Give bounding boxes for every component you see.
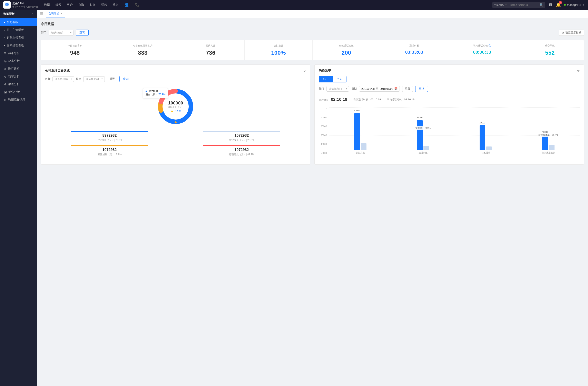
sidebar-collapse-icon[interactable]: ⌃ [31, 13, 34, 16]
effective-duration-value: 02:10:19 [371, 98, 381, 101]
eff-connect-rate-annotation: 有效接通率：70.9% [538, 133, 559, 137]
tab-menu-icon[interactable]: ☰ [40, 12, 43, 16]
date-to: 2018/01/08 [380, 87, 393, 90]
svg-point-7 [175, 121, 177, 123]
promotion-board-icon: ▪ [4, 28, 5, 32]
goal-controls: 目标 请选择目标 ▼ 周期 请选择周期 ▼ [45, 76, 306, 82]
metric-label: 有效通话次数 [316, 44, 377, 48]
metric-dial-count: 拨打次数 100% [245, 40, 312, 60]
efficiency-refresh-icon[interactable]: ⟳ [577, 69, 580, 72]
nav-register[interactable]: 报名 [113, 3, 118, 7]
bar-wrapper: 29000 [454, 107, 517, 150]
bar-label: 43000 [354, 110, 360, 112]
nav-leads[interactable]: 线索 [56, 3, 61, 7]
sidebar-section-header[interactable]: 数据看板 ⌃ [0, 10, 37, 18]
avg-duration-value: 02:10:19 [404, 98, 415, 101]
notification-bell[interactable]: 🔔 5 [556, 2, 561, 7]
search-box[interactable]: 手机号码 ▼ 🔍 [492, 2, 545, 8]
search-icon[interactable]: 🔍 [539, 3, 544, 7]
search-input[interactable] [510, 3, 538, 6]
filter-row: 部门 请选择部门 ▼ 查询 ⚙ 设置显示指标 [41, 30, 584, 36]
settings-display-button[interactable]: ⚙ 设置显示指标 [559, 30, 584, 36]
goal-refresh-icon[interactable]: ⟳ [304, 69, 306, 72]
efficiency-query-button[interactable]: 查询 [415, 86, 428, 92]
tab-dept-button[interactable]: 部门 [319, 76, 333, 82]
sidebar-item-account-board[interactable]: ▪ 客户经理看板 [0, 42, 37, 49]
search-type-label: 手机号码 [494, 3, 504, 7]
metric-value: 948 [44, 50, 105, 56]
content-area: 今日数据 部门 请选择部门 ▼ 查询 ⚙ 设置显示指标 [37, 18, 588, 386]
sidebar-item-cost[interactable]: ◎ 成本分析 [0, 57, 37, 65]
sidebar-item-label: 访客分析 [8, 75, 20, 78]
efficiency-reset-button[interactable]: 重置 [402, 86, 413, 92]
tooltip-label: 所占比例： [146, 93, 158, 96]
tab-personal-button[interactable]: 个人 [333, 76, 346, 82]
sidebar-item-promotion-analysis[interactable]: ◈ 推广分析 [0, 65, 37, 73]
tab-label: 公司看板 [49, 12, 59, 16]
dept-select[interactable]: 请选择部门 [49, 30, 74, 36]
bar-x-label: 接通次数 [419, 151, 427, 154]
funnel-icon: ▽ [4, 52, 6, 55]
call-duration-value: 02:10:19 [331, 97, 347, 102]
metric-label: 今日首咨客户 [44, 44, 105, 48]
sidebar-item-sales-board[interactable]: ▪ 销售主管看板 [0, 34, 37, 42]
notification-badge: 5 [559, 1, 562, 4]
user-dropdown-icon[interactable]: ▼ [583, 4, 585, 6]
settings-icon: ⚙ [562, 31, 564, 34]
svg-text:云朵: 云朵 [5, 4, 9, 6]
nav-data[interactable]: 数据 [44, 3, 50, 7]
person-icon[interactable]: 👤 [124, 2, 129, 7]
call-summary: 通话时长 02:10:19 有效通话时长 02:10:19 平均通话时长 02:… [319, 95, 580, 104]
monitor-icon[interactable]: 🖥 [548, 3, 552, 7]
goal-label: 目标 [45, 77, 50, 81]
overachieve-label: 超额完成（元）| 89.9% [177, 153, 306, 156]
goal-select[interactable]: 请选择目标 [52, 76, 74, 82]
bar-x-label: 拨打次数 [356, 151, 365, 154]
date-from: 2018/01/08 [361, 87, 375, 90]
metric-effective-calls: 有效通话次数 200 [313, 40, 380, 60]
sidebar-item-funnel[interactable]: ▽ 漏斗分析 [0, 49, 37, 57]
nav-operations[interactable]: 运营 [101, 3, 107, 7]
bar-label: 29000 [480, 122, 485, 124]
tab-company-board[interactable]: 公司看板 ✕ [46, 10, 65, 18]
bar-effective-light [486, 147, 492, 150]
avg-duration-label: 平均通话时长 [387, 98, 402, 101]
nav-ocean[interactable]: 公海 [78, 3, 84, 7]
metric-overachieve: 1072932 超额完成（元）| 89.9% [177, 145, 306, 156]
sidebar-item-promotion-board[interactable]: ▪ 推广主管看板 [0, 26, 37, 34]
completed-label: 已完成量（元）| 70.9% [45, 138, 174, 142]
efficiency-dept-select[interactable]: 请选择部门 [326, 86, 349, 92]
goal-query-button[interactable]: 查询 [119, 76, 132, 82]
period-select[interactable]: 请选择周期 [83, 76, 105, 82]
sidebar-item-data-flow[interactable]: ⊞ 数据流转记录 [0, 96, 37, 104]
metric-deals: 成交单数 552 [516, 40, 584, 60]
sidebar-item-label: 渠道分析 [8, 82, 20, 86]
nav-finance[interactable]: 财务 [90, 3, 96, 7]
sidebar-item-sales-analysis[interactable]: ▣ 销售分析 [0, 88, 37, 96]
goal-reset-button[interactable]: 重置 [107, 76, 117, 82]
calendar-icon[interactable]: 📅 [394, 87, 398, 90]
avg-duration-info-icon[interactable]: ⓘ [489, 44, 491, 47]
metric-value: 00:00:33 [451, 50, 512, 55]
sidebar-item-visitor[interactable]: ⊙ 访客分析 [0, 73, 37, 80]
bar-connect-main: 35000 [417, 120, 423, 150]
call-duration-label: 通话时长 [319, 98, 329, 101]
donut-chart-area: 1072932 所占比例： 70.9% [45, 86, 306, 127]
username: manager11 [567, 3, 582, 6]
metric-call-duration: 通话时长 03:33:03 [380, 40, 448, 60]
donut-tooltip: 1072932 所占比例： 70.9% [143, 88, 168, 98]
user-info[interactable]: manager11 ▼ [564, 3, 585, 6]
search-dropdown-icon[interactable]: ▼ [505, 4, 507, 6]
period-label: 周期 [76, 77, 81, 81]
sidebar-item-channel[interactable]: ⊕ 渠道分析 [0, 80, 37, 88]
tab-close-icon[interactable]: ✕ [61, 12, 63, 15]
phone-icon[interactable]: 📞 [135, 3, 139, 7]
bar-x-label: 有效通话 [481, 151, 490, 154]
y-axis-labels: 50000 40000 30000 20000 10000 0 [319, 107, 328, 154]
date-range[interactable]: 2018/01/08 至 2018/01/08 📅 [359, 86, 400, 92]
tab-bar: ☰ 公司看板 ✕ [37, 10, 588, 18]
sales-analysis-icon: ▣ [4, 90, 7, 94]
nav-customers[interactable]: 客户 [67, 3, 73, 7]
today-query-button[interactable]: 查询 [76, 30, 89, 36]
sidebar-item-company-board[interactable]: ▪ 公司看板 [0, 18, 37, 26]
